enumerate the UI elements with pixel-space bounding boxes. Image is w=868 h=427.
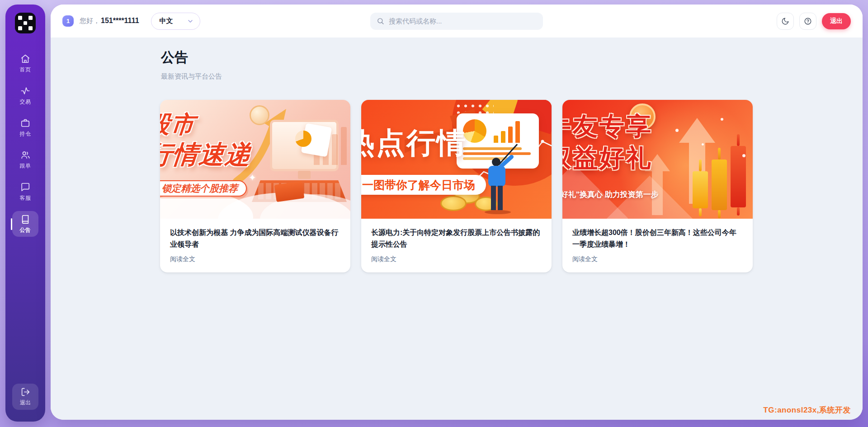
logout-icon: [21, 387, 30, 397]
sidebar-item-positions[interactable]: 持仓: [12, 115, 38, 141]
page-subtitle: 最新资讯与平台公告: [161, 72, 753, 81]
banner-headline: 权益好礼: [562, 141, 653, 175]
sidebar-item-label: 公告: [20, 226, 31, 234]
banner-headline: 热点行情: [361, 123, 467, 163]
announcement-card: 股市 行情速递 锁定精选个股推荐 ✦ 以技术创新为根基 力争成为国际高端测试仪器…: [160, 100, 350, 272]
leg-shape: [491, 186, 496, 210]
search-bar: [370, 13, 543, 30]
page-title: 公告: [161, 48, 753, 67]
banner-badge: 一图带你了解今日市场: [361, 175, 486, 195]
sidebar-item-label: 持仓: [20, 130, 31, 138]
sidebar-nav: 首页 交易 持仓 跟单 客服 公告: [12, 51, 38, 237]
sidebar-item-announcements[interactable]: 公告: [12, 211, 38, 237]
book-icon: [20, 214, 30, 224]
sidebar-item-home[interactable]: 首页: [12, 51, 38, 76]
briefcase-icon: [20, 118, 30, 128]
greeting-prefix: 您好，: [80, 17, 100, 24]
sidebar-item-trade[interactable]: 交易: [12, 83, 38, 108]
dot-shape: [675, 129, 679, 132]
sidebar: 首页 交易 持仓 跟单 客服 公告 退出: [5, 5, 45, 422]
topbar: 1 您好，151****1111 中文 退出: [51, 5, 863, 38]
theme-toggle-button[interactable]: [777, 13, 794, 30]
announcement-title: 以技术创新为根基 力争成为国际高端测试仪器设备行业领导者: [170, 227, 340, 250]
leg-shape: [498, 186, 503, 210]
banner-badge: 锁定精选个股推荐: [160, 180, 247, 197]
coin-shape: [440, 196, 467, 211]
bar-chart-shape: [494, 119, 520, 143]
logout-button[interactable]: 退出: [822, 13, 851, 29]
shadow-shape: [485, 210, 511, 214]
dot-shape: [742, 154, 745, 157]
announcement-cards: 股市 行情速递 锁定精选个股推荐 ✦ 以技术创新为根基 力争成为国际高端测试仪器…: [160, 100, 753, 272]
sidebar-item-label: 交易: [20, 98, 31, 106]
topbar-actions: 退出: [777, 13, 851, 30]
banner-headline: 行情速递: [160, 138, 253, 172]
announcement-body: 业绩增长超300倍！股价创三年新高！这些公司今年一季度业绩暴增！ 阅读全文: [562, 219, 753, 272]
announcement-banner: 热点行情 一图带你了解今日市场: [361, 100, 552, 219]
dot-shape: [721, 118, 723, 121]
main-panel: 1 您好，151****1111 中文 退出 公告 最新资讯与平台公告: [51, 5, 863, 420]
read-more-link[interactable]: 阅读全文: [371, 255, 396, 263]
read-more-link[interactable]: 阅读全文: [170, 255, 195, 263]
chat-icon: [20, 182, 30, 192]
content-area: 公告 最新资讯与平台公告: [51, 38, 863, 420]
developer-watermark: TG:anonsl23x,系统开发: [763, 405, 851, 415]
help-button[interactable]: [799, 13, 816, 30]
announcement-body: 以技术创新为根基 力争成为国际高端测试仪器设备行业领导者 阅读全文: [160, 219, 350, 272]
candlestick-shape: [693, 171, 708, 208]
sparkle-icon: ✦: [249, 172, 256, 183]
announcement-card: 牛友专享 权益好礼 "好礼"换真心 助力投资第一步 业绩增长超300倍！股价创三…: [562, 100, 753, 272]
activity-icon: [20, 86, 30, 96]
announcement-body: 长源电力:关于向特定对象发行股票上市公告书披露的提示性公告 阅读全文: [361, 219, 552, 272]
chevron-down-icon: [187, 18, 194, 25]
sidebar-logout-label: 退出: [20, 399, 31, 407]
sidebar-item-label: 跟单: [20, 162, 31, 170]
sidebar-item-support[interactable]: 客服: [12, 179, 38, 205]
username: 151****1111: [101, 17, 139, 24]
help-icon: [804, 17, 812, 25]
sidebar-logout-button[interactable]: 退出: [12, 384, 38, 410]
head-shape: [492, 158, 500, 166]
language-value: 中文: [160, 17, 173, 25]
moon-icon: [781, 17, 789, 25]
announcement-banner: 股市 行情速递 锁定精选个股推荐 ✦: [160, 100, 350, 219]
notification-badge[interactable]: 1: [62, 15, 74, 27]
announcement-title: 业绩增长超300倍！股价创三年新高！这些公司今年一季度业绩暴增！: [572, 227, 743, 250]
sidebar-item-label: 客服: [20, 194, 31, 202]
candlestick-shape: [712, 160, 727, 210]
sidebar-item-label: 首页: [20, 66, 31, 74]
announcement-title: 长源电力:关于向特定对象发行股票上市公告书披露的提示性公告: [371, 227, 542, 250]
search-input[interactable]: [389, 17, 537, 25]
sidebar-item-copytrade[interactable]: 跟单: [12, 147, 38, 173]
app-logo-icon: [15, 13, 36, 33]
banner-badge: "好礼"换真心 助力投资第一步: [562, 189, 659, 200]
active-indicator: [11, 218, 12, 230]
users-icon: [20, 150, 30, 160]
read-more-link[interactable]: 阅读全文: [572, 255, 598, 263]
pie-chart-shape: [295, 131, 311, 147]
user-greeting: 您好，151****1111: [80, 17, 139, 25]
announcement-card: 热点行情 一图带你了解今日市场 长源电力:关于向特定对象发行股票上市公告书披露的…: [361, 100, 552, 272]
language-selector[interactable]: 中文: [151, 13, 200, 30]
banner-headline: 股市: [160, 109, 197, 141]
home-icon: [20, 54, 30, 64]
announcement-banner: 牛友专享 权益好礼 "好礼"换真心 助力投资第一步: [562, 100, 753, 219]
banner-headline: 牛友专享: [562, 110, 653, 143]
search-icon: [377, 17, 384, 25]
torso-shape: [488, 166, 505, 187]
dot-shape: [702, 143, 704, 145]
